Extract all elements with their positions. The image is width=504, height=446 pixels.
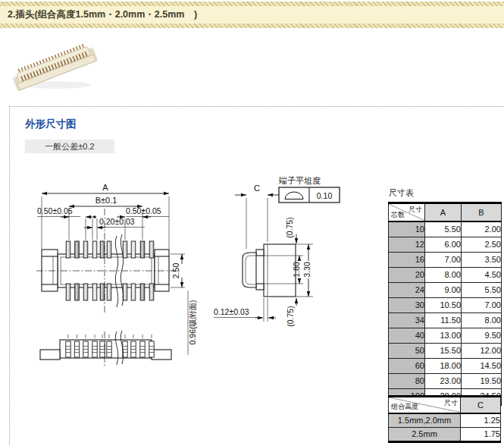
bottom-view [40, 331, 171, 366]
technical-drawing: A B±0.1 0.50±0.05 0.50±0.05 0.20±0.03 2.… [23, 171, 379, 391]
dim-b-cell: 8.00 [462, 313, 502, 328]
dim-a-label: A [102, 183, 108, 192]
table-row: 30 10.50 7.00 [389, 297, 502, 313]
corner-label-top: 尺寸 [444, 398, 458, 408]
corner-label-top: 尺寸 [409, 205, 422, 215]
pin-count-cell: 16 [389, 252, 425, 267]
pin-count-cell: 80 [389, 373, 425, 388]
table-row: 10 5.50 2.00 [389, 221, 502, 237]
column-header-a: A [425, 203, 462, 221]
dim-c-cell: 1.75 [461, 427, 501, 441]
dim-b-cell: 7.00 [462, 297, 502, 313]
dim-c-label: C [254, 184, 260, 193]
dim-012-label: 0.12±0.03 [214, 307, 249, 316]
table-row: 60 18.00 14.50 [389, 358, 502, 373]
flatness-label: 端子平坦度 [278, 176, 321, 185]
dim-b-cell: 5.50 [462, 282, 502, 297]
dim-180-label: 1.80 [292, 262, 301, 278]
stack-height-cell: 1.5mm,2.0mm [389, 413, 461, 428]
dim-a-cell: 10.50 [425, 297, 462, 313]
dim-096-label: 0.96(吸附面) [188, 300, 197, 345]
dim-b-cell: 19.50 [462, 373, 502, 388]
corner-label-bottom: 芯数 [391, 210, 405, 220]
dim-075-bottom-label: (0.75) [286, 306, 295, 326]
column-header-b: B [462, 203, 502, 221]
pin-count-cell: 40 [389, 328, 425, 343]
pin-count-cell: 12 [389, 237, 425, 252]
dim-a-cell: 7.00 [425, 252, 462, 267]
datasheet-page: { "header": { "title": "2.插头(组合高度1.5mm・2… [0, 0, 504, 446]
height-table-corner-cell: 尺寸 组合高度 [389, 397, 461, 413]
dim-075-top-label: (0.75) [285, 217, 294, 237]
dim-a-cell: 23.00 [425, 373, 462, 388]
height-table: 尺寸 组合高度 C 1.5mm,2.0mm 1.25 2.5mm 1.75 [388, 395, 501, 443]
dim-c-cell: 1.25 [461, 413, 501, 428]
dim-a-cell: 13.00 [425, 328, 462, 343]
dim-250-label: 2.50 [171, 263, 180, 279]
table-row: 24 9.00 5.50 [389, 282, 502, 297]
table-row: 40 13.00 9.50 [389, 328, 502, 343]
size-table: 尺寸 芯数 A B 10 5.50 2.00 12 6.00 2.50 [388, 202, 502, 406]
pin-count-cell: 10 [389, 221, 425, 237]
dim-b-cell: 2.00 [462, 221, 502, 237]
pin-count-cell: 34 [389, 313, 425, 328]
dim-330-label: 3.30 [302, 262, 311, 278]
corner-label-bottom: 组合高度 [391, 402, 418, 412]
dim-a-cell: 11.50 [425, 313, 462, 328]
size-table-section: 尺寸表 尺寸 芯数 A B 10 5.50 2.00 [388, 187, 502, 406]
height-table-section: 尺寸 组合高度 C 1.5mm,2.0mm 1.25 2.5mm 1.75 [388, 395, 501, 443]
dim-020-label: 0.20±0.03 [99, 217, 135, 226]
stack-height-cell: 2.5mm [389, 427, 461, 441]
table-row: 12 6.00 2.50 [389, 237, 502, 252]
pin-count-cell: 24 [389, 282, 425, 297]
table-row: 1.5mm,2.0mm 1.25 [389, 413, 501, 428]
header-stripe-bottom [0, 24, 504, 28]
size-table-corner-cell: 尺寸 芯数 [389, 203, 425, 221]
dim-b-cell: 14.50 [462, 358, 502, 373]
dim-a-cell: 18.00 [425, 358, 462, 373]
tolerance-note: 一般公差±0.2 [25, 140, 114, 153]
dim-a-cell: 9.00 [425, 282, 462, 297]
table-row: 80 23.00 19.50 [389, 373, 502, 388]
column-header-c: C [461, 397, 501, 413]
table-row: 20 8.00 4.50 [389, 267, 502, 282]
pin-count-cell: 30 [389, 297, 425, 313]
section-header-bar: 2.插头(组合高度1.5mm・2.0mm・2.5mm ) [0, 2, 504, 28]
dim-b-cell: 12.00 [462, 343, 502, 358]
flatness-value: 0.10 [317, 191, 333, 200]
connector-photo [11, 42, 102, 100]
size-table-title: 尺寸表 [389, 187, 502, 199]
pin-count-cell: 60 [389, 358, 425, 373]
side-view [243, 244, 296, 297]
dim-a-cell: 6.00 [425, 237, 462, 252]
pin-count-cell: 50 [389, 343, 425, 358]
section-title: 外形尺寸图 [25, 118, 77, 131]
dim-a-cell: 8.00 [425, 267, 462, 282]
dim-b-cell: 9.50 [462, 328, 502, 343]
dim-050-left-label: 0.50±0.05 [37, 206, 73, 215]
dim-a-cell: 15.50 [425, 343, 462, 358]
dim-a-cell: 5.50 [425, 221, 462, 237]
dim-b-cell: 3.50 [462, 252, 502, 267]
table-row: 16 7.00 3.50 [389, 252, 502, 267]
dim-b-cell: 2.50 [462, 237, 502, 252]
table-row: 34 11.50 8.00 [389, 313, 502, 328]
dim-b-cell: 4.50 [462, 267, 502, 282]
table-row: 2.5mm 1.75 [389, 427, 501, 441]
dim-050-right-label: 0.50±0.05 [126, 206, 161, 215]
dim-b-label: B±0.1 [95, 196, 117, 205]
table-row: 50 15.50 12.00 [389, 343, 502, 358]
pin-count-cell: 20 [389, 267, 425, 282]
page-title: 2.插头(组合高度1.5mm・2.0mm・2.5mm ) [0, 6, 504, 24]
